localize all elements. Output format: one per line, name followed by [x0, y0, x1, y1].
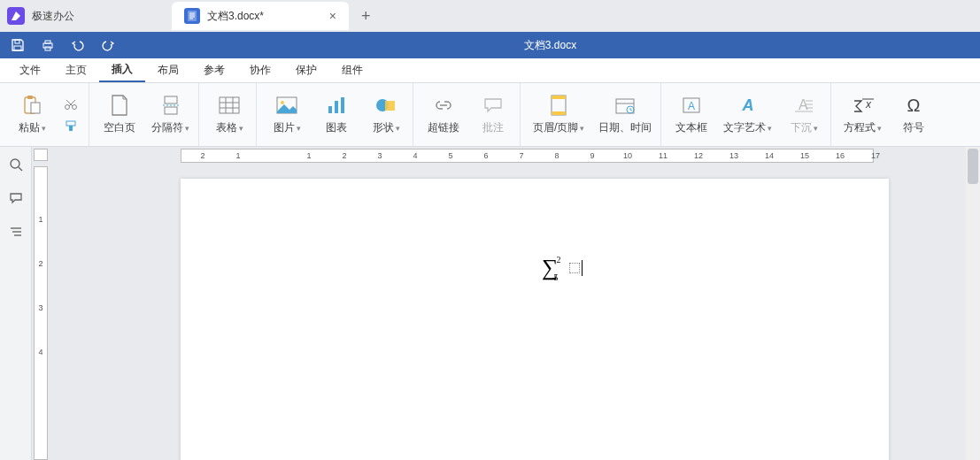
chevron-down-icon: ▾ [396, 124, 400, 133]
equation-object[interactable]: ∑ 2 5 [542, 255, 583, 281]
svg-rect-37 [552, 111, 566, 115]
tab-protect[interactable]: 保护 [283, 58, 329, 82]
ruler-mark: 1 [291, 151, 327, 160]
document-tab[interactable]: 文档3.docx* × [172, 2, 349, 30]
cut-icon[interactable] [64, 98, 80, 111]
close-icon[interactable]: × [329, 9, 336, 23]
scrollbar-thumb[interactable] [968, 149, 978, 184]
ruler-mark: 2 [327, 151, 362, 160]
blank-page-button[interactable]: 空白页 [102, 94, 137, 135]
dropcap-label: 下沉 [791, 120, 812, 135]
paste-icon [19, 94, 44, 117]
ruler-mark: 11 [645, 151, 681, 160]
tab-layout[interactable]: 布局 [145, 58, 191, 82]
outline-panel-icon[interactable] [7, 223, 25, 241]
chart-icon [324, 94, 349, 117]
symbol-button[interactable]: Ω 符号 [896, 94, 931, 135]
equation-icon: x [851, 94, 876, 117]
table-button[interactable]: 表格▾ [212, 94, 247, 135]
header-footer-button[interactable]: 页眉/页脚▾ [533, 94, 584, 135]
equation-button[interactable]: x 方程式▾ [844, 94, 882, 135]
equation-label: 方程式 [844, 120, 876, 135]
svg-text:A: A [688, 100, 695, 112]
text-cursor [582, 260, 583, 276]
document-title: 文档3.docx [524, 38, 576, 53]
svg-rect-29 [328, 106, 332, 113]
ruler-mark: 1 [220, 151, 256, 160]
svg-rect-0 [188, 11, 197, 21]
svg-rect-6 [14, 46, 21, 50]
ruler-mark: 3 [362, 151, 397, 160]
svg-rect-30 [335, 101, 338, 113]
page-break-button[interactable]: 分隔符▾ [151, 94, 189, 135]
ruler-mark: 14 [752, 151, 787, 160]
undo-icon[interactable] [66, 33, 90, 58]
svg-rect-17 [66, 121, 75, 126]
doc-icon [184, 8, 200, 24]
vertical-ruler[interactable]: 1234 [34, 166, 48, 460]
shape-label: 形状 [373, 120, 394, 135]
chevron-down-icon: ▾ [580, 124, 584, 133]
svg-rect-31 [341, 97, 344, 113]
add-tab-icon[interactable]: + [361, 7, 371, 26]
ruler-mark: 16 [822, 151, 858, 160]
svg-text:x: x [865, 98, 872, 111]
search-icon[interactable] [7, 156, 25, 173]
picture-button[interactable]: 图片▾ [269, 94, 305, 135]
tab-file[interactable]: 文件 [7, 58, 53, 82]
workspace: 211234567891011121314151617 1234 ∑ 2 5 [0, 147, 980, 460]
page-break-icon [158, 94, 183, 117]
wordart-button[interactable]: A 文字艺术▾ [723, 94, 772, 135]
print-icon[interactable] [35, 33, 60, 58]
ruler-mark: 1 [38, 215, 42, 250]
datetime-button[interactable]: 日期、时间 [598, 94, 652, 135]
link-icon [431, 94, 456, 117]
document-page[interactable]: ∑ 2 5 [181, 179, 889, 460]
hyperlink-button[interactable]: 超链接 [426, 94, 461, 135]
hyperlink-label: 超链接 [428, 120, 459, 135]
vertical-scrollbar[interactable] [966, 147, 980, 460]
tab-insert[interactable]: 插入 [99, 58, 145, 82]
textbox-button[interactable]: A 文本框 [674, 94, 709, 135]
comment-button[interactable]: 批注 [475, 94, 511, 135]
svg-text:A: A [741, 96, 753, 114]
format-painter-icon[interactable] [64, 119, 80, 132]
page-break-label: 分隔符 [151, 120, 183, 135]
svg-rect-36 [552, 96, 566, 99]
svg-point-14 [73, 104, 77, 109]
svg-rect-11 [27, 96, 33, 99]
chart-button[interactable]: 图表 [319, 94, 354, 135]
svg-rect-8 [45, 41, 50, 43]
tab-collab[interactable]: 协作 [237, 58, 283, 82]
ruler-mark: 4 [397, 151, 433, 160]
shape-button[interactable]: 形状▾ [368, 94, 404, 135]
comments-panel-icon[interactable] [7, 189, 25, 207]
svg-point-28 [281, 101, 284, 104]
chevron-down-icon: ▾ [239, 124, 243, 133]
picture-icon [274, 94, 299, 117]
symbol-icon: Ω [901, 94, 926, 117]
tab-reference[interactable]: 参考 [191, 58, 237, 82]
equation-upper-bound: 2 [557, 255, 561, 264]
tab-home[interactable]: 主页 [53, 58, 99, 82]
wordart-label: 文字艺术 [723, 120, 766, 135]
chevron-down-icon: ▾ [877, 124, 882, 133]
ruler-mark: 2 [185, 151, 220, 160]
equation-placeholder[interactable] [569, 263, 580, 273]
ruler-mark: 17 [858, 151, 893, 160]
ruler-mark: 6 [468, 151, 504, 160]
svg-line-55 [19, 167, 22, 171]
redo-icon[interactable] [96, 33, 120, 58]
dropcap-button[interactable]: A 下沉▾ [786, 94, 822, 135]
svg-rect-22 [220, 97, 239, 113]
tab-title: 文档3.docx* [207, 9, 264, 24]
save-icon[interactable] [5, 33, 30, 58]
svg-point-54 [11, 159, 19, 168]
tab-component[interactable]: 组件 [329, 58, 375, 82]
side-panel [0, 147, 32, 460]
paste-button[interactable]: 粘贴▾ [14, 94, 50, 135]
calendar-icon [613, 94, 637, 117]
horizontal-ruler[interactable]: 211234567891011121314151617 [181, 149, 874, 163]
ruler-mark: 15 [787, 151, 822, 160]
ruler-mark: 8 [539, 151, 575, 160]
